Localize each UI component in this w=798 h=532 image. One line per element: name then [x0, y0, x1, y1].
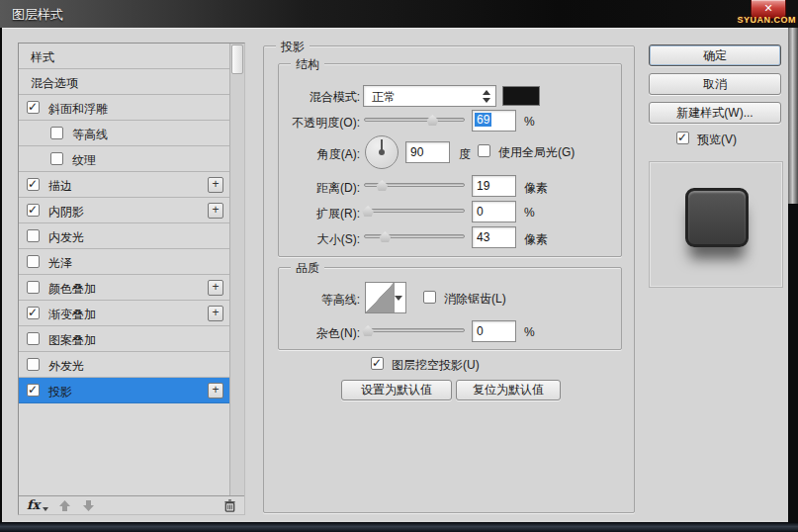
contour-picker[interactable]	[365, 282, 406, 313]
spread-input[interactable]	[472, 201, 516, 222]
contour-checkbox[interactable]	[50, 127, 63, 139]
stroke-add-instance-button[interactable]: +	[208, 177, 223, 193]
sidebar-item-label: 纹理	[72, 152, 96, 169]
noise-input[interactable]	[472, 320, 516, 342]
angle-dial[interactable]	[365, 135, 399, 169]
sidebar-item-inner-shadow[interactable]: 内阴影 +	[19, 198, 229, 223]
sidebar-item-gradient-overlay[interactable]: 渐变叠加 +	[19, 301, 229, 326]
stroke-checkbox[interactable]	[27, 178, 40, 191]
noise-slider-track[interactable]	[364, 328, 465, 332]
color-overlay-checkbox[interactable]	[27, 281, 40, 294]
sidebar-item-texture[interactable]: 纹理	[19, 146, 229, 172]
distance-slider-thumb[interactable]	[376, 180, 388, 191]
opacity-slider-track[interactable]	[364, 118, 465, 122]
quality-legend: 品质	[291, 260, 324, 277]
move-effect-up-icon[interactable]	[58, 499, 71, 512]
size-slider-track[interactable]	[364, 234, 465, 238]
gradient-overlay-add-instance-button[interactable]: +	[208, 306, 223, 321]
inner-glow-checkbox[interactable]	[27, 229, 40, 242]
bevel-emboss-checkbox[interactable]	[27, 101, 40, 114]
use-global-light-checkbox[interactable]	[478, 144, 490, 157]
shadow-color-swatch[interactable]	[502, 86, 540, 106]
inner-shadow-checkbox[interactable]	[27, 204, 40, 217]
spread-slider-thumb[interactable]	[362, 206, 374, 217]
angle-unit: 度	[459, 146, 471, 163]
sidebar-item-stroke[interactable]: 描边 +	[19, 172, 229, 198]
satin-checkbox[interactable]	[27, 255, 40, 268]
sidebar-item-drop-shadow[interactable]: 投影 +	[19, 378, 229, 403]
sidebar-item-color-overlay[interactable]: 颜色叠加 +	[19, 275, 229, 301]
blend-mode-label: 混合模式:	[279, 89, 360, 106]
sidebar-scrollbar-thumb[interactable]	[231, 44, 243, 74]
spread-slider-track[interactable]	[364, 209, 465, 213]
size-input[interactable]	[472, 226, 516, 248]
drop-shadow-add-instance-button[interactable]: +	[208, 383, 223, 399]
sidebar-item-satin[interactable]: 光泽	[19, 249, 229, 275]
opacity-input[interactable]: 69	[472, 110, 516, 132]
noise-label: 杂色(N):	[279, 325, 360, 342]
delete-effect-icon[interactable]	[223, 499, 236, 512]
spread-slider[interactable]	[364, 205, 465, 217]
fx-menu-button[interactable]: fx	[27, 497, 40, 512]
style-preview-thumbnail	[685, 188, 749, 247]
sidebar-item-outer-glow[interactable]: 外发光	[19, 352, 229, 378]
layer-knockout-checkbox[interactable]	[371, 357, 384, 370]
drop-shadow-checkbox[interactable]	[27, 384, 40, 397]
preview-option[interactable]: 预览(V)	[676, 132, 737, 148]
pattern-overlay-checkbox[interactable]	[27, 332, 40, 345]
cancel-button[interactable]: 取消	[649, 73, 781, 95]
watermark-text: SYUAN.COM	[737, 15, 796, 25]
blend-mode-select[interactable]: 正常	[363, 85, 496, 107]
sidebar-item-pattern-overlay[interactable]: 图案叠加	[19, 326, 229, 352]
sidebar-item-label: 渐变叠加	[48, 307, 96, 323]
size-slider[interactable]	[364, 230, 465, 242]
sidebar-scrollbar[interactable]	[229, 44, 244, 496]
sidebar-item-label: 外发光	[48, 358, 84, 375]
fx-menu-caret-icon	[43, 507, 48, 511]
window-frame-right-dark	[788, 204, 798, 522]
layer-knockout-option[interactable]: 图层挖空投影(U)	[371, 357, 480, 374]
sidebar-item-label: 光泽	[48, 255, 72, 272]
layer-knockout-label: 图层挖空投影(U)	[392, 358, 480, 372]
size-slider-thumb[interactable]	[379, 231, 391, 242]
outer-glow-checkbox[interactable]	[27, 358, 40, 371]
texture-checkbox[interactable]	[50, 152, 63, 165]
size-unit: 像素	[524, 231, 548, 248]
gradient-overlay-checkbox[interactable]	[27, 307, 40, 319]
noise-slider[interactable]	[364, 324, 465, 336]
window-frame-right	[788, 28, 798, 204]
spread-unit: %	[524, 206, 535, 220]
dialog-body: 样式 混合选项 斜面和浮雕 等高线 纹理	[2, 28, 788, 522]
sidebar-item-bevel-emboss[interactable]: 斜面和浮雕	[19, 95, 229, 121]
use-global-light-option[interactable]: 使用全局光(G)	[478, 144, 575, 161]
size-label: 大小(S):	[279, 231, 360, 248]
ok-button[interactable]: 确定	[649, 44, 781, 66]
sidebar-item-contour[interactable]: 等高线	[19, 121, 229, 146]
sidebar-item-inner-glow[interactable]: 内发光	[19, 223, 229, 249]
sidebar-item-label: 内发光	[48, 229, 84, 246]
drop-shadow-panel: 投影 结构 混合模式: 正常 不透明度(O): 69	[263, 45, 635, 513]
distance-input[interactable]	[472, 175, 516, 197]
preview-checkbox[interactable]	[676, 132, 689, 144]
anti-alias-checkbox[interactable]	[423, 291, 436, 304]
new-style-button[interactable]: 新建样式(W)...	[649, 102, 781, 124]
sidebar-item-styles[interactable]: 样式	[19, 44, 229, 69]
anti-alias-option[interactable]: 消除锯齿(L)	[423, 291, 506, 308]
sidebar-item-label: 等高线	[72, 127, 108, 143]
anti-alias-label: 消除锯齿(L)	[444, 292, 506, 306]
opacity-slider-thumb[interactable]	[426, 115, 438, 126]
reset-default-button[interactable]: 复位为默认值	[456, 380, 561, 400]
set-default-button[interactable]: 设置为默认值	[341, 380, 452, 400]
structure-group: 结构 混合模式: 正常 不透明度(O): 69 %	[278, 63, 622, 257]
inner-shadow-add-instance-button[interactable]: +	[208, 203, 223, 219]
sidebar-item-label: 投影	[48, 384, 72, 400]
title-bar[interactable]: 图层样式 ✕ SYUAN.COM	[0, 0, 798, 28]
opacity-slider[interactable]	[364, 114, 465, 126]
move-effect-down-icon[interactable]	[82, 499, 95, 512]
color-overlay-add-instance-button[interactable]: +	[208, 280, 223, 296]
sidebar-item-blending-options[interactable]: 混合选项	[19, 69, 229, 95]
distance-slider[interactable]	[364, 179, 465, 191]
angle-input[interactable]	[405, 141, 450, 163]
sidebar-item-label: 描边	[48, 178, 72, 195]
noise-slider-thumb[interactable]	[362, 325, 374, 336]
